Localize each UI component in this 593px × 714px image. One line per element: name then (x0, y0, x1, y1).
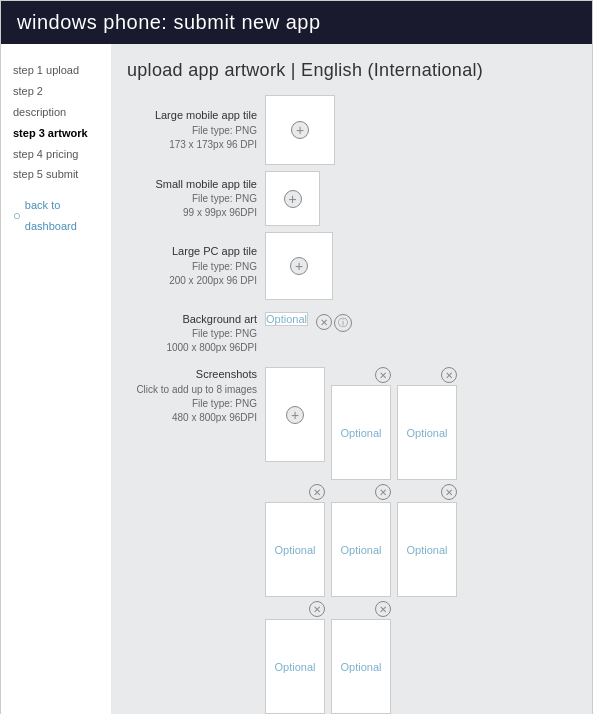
ss-box-wrap-3: ✕ Optional (397, 367, 457, 480)
ss-box-wrap-2: ✕ Optional (331, 367, 391, 480)
screenshots-section: Screenshots Click to add up to 8 images … (127, 367, 572, 714)
circle-back-icon: ○ (13, 204, 21, 229)
ss-optional-3[interactable]: Optional (265, 502, 325, 597)
large-pc-tile-row: Large PC app tile File type: PNG 200 x 2… (127, 232, 572, 300)
sidebar: step 1 upload step 2 description step 3 … (1, 44, 111, 714)
ss-box-wrap-6: ✕ Optional (397, 484, 457, 597)
ss-optional-5[interactable]: Optional (397, 502, 457, 597)
ss-close-1[interactable]: ✕ (375, 367, 391, 383)
plus-icon: + (291, 121, 309, 139)
ss-optional-1[interactable]: Optional (331, 385, 391, 480)
screenshots-label: Screenshots Click to add up to 8 images … (127, 367, 257, 424)
upload-grid: Large mobile app tile File type: PNG 173… (127, 95, 572, 714)
sidebar-item-step3[interactable]: step 3 artwork (13, 123, 99, 144)
ss-box-wrap-5: ✕ Optional (331, 484, 391, 597)
large-mobile-tile-label: Large mobile app tile File type: PNG 173… (127, 108, 257, 151)
large-mobile-tile-upload[interactable]: + (265, 95, 335, 165)
ss-close-4[interactable]: ✕ (375, 484, 391, 500)
background-art-upload[interactable]: Optional (265, 312, 308, 326)
app-title: windows phone: submit new app (17, 11, 321, 33)
ss-close-2[interactable]: ✕ (441, 367, 457, 383)
sidebar-item-step4[interactable]: step 4 pricing (13, 144, 99, 165)
ss-box-wrap-8: ✕ Optional (331, 601, 391, 714)
ss-close-5[interactable]: ✕ (441, 484, 457, 500)
large-pc-tile-upload[interactable]: + (265, 232, 333, 300)
optional-label-6: Optional (275, 661, 316, 673)
ss-box-wrap-4: ✕ Optional (265, 484, 325, 597)
ss-row-1: + ✕ Optional ✕ Optional (265, 367, 457, 480)
large-mobile-tile-row: Large mobile app tile File type: PNG 173… (127, 95, 572, 165)
ss-row-3: ✕ Optional ✕ Optional (265, 601, 457, 714)
plus-icon: + (284, 190, 302, 208)
ss-upload-box-1[interactable]: + (265, 367, 325, 462)
ss-optional-4[interactable]: Optional (331, 502, 391, 597)
ss-optional-2[interactable]: Optional (397, 385, 457, 480)
content-area: upload app artwork | English (Internatio… (111, 44, 592, 714)
ss-close-3[interactable]: ✕ (309, 484, 325, 500)
screenshots-grid: + ✕ Optional ✕ Optional (265, 367, 457, 714)
ss-close-6[interactable]: ✕ (309, 601, 325, 617)
back-to-dashboard[interactable]: ○ back to dashboard (13, 195, 99, 237)
background-info-icon[interactable]: ⓘ (334, 314, 352, 332)
title-bar: windows phone: submit new app (1, 1, 592, 44)
optional-label-3: Optional (275, 544, 316, 556)
ss-optional-6[interactable]: Optional (265, 619, 325, 714)
optional-label-2: Optional (407, 427, 448, 439)
plus-icon: + (286, 406, 304, 424)
background-optional-label: Optional (266, 313, 307, 325)
optional-label-4: Optional (341, 544, 382, 556)
ss-box-wrap-7: ✕ Optional (265, 601, 325, 714)
small-mobile-tile-upload[interactable]: + (265, 171, 320, 226)
ss-optional-7[interactable]: Optional (331, 619, 391, 714)
small-mobile-tile-label: Small mobile app tile File type: PNG 99 … (127, 177, 257, 220)
optional-label-7: Optional (341, 661, 382, 673)
sidebar-item-step2[interactable]: step 2 description (13, 81, 99, 123)
plus-icon: + (290, 257, 308, 275)
optional-label-5: Optional (407, 544, 448, 556)
background-art-row: Background art File type: PNG 1000 x 800… (127, 312, 572, 355)
optional-label-1: Optional (341, 427, 382, 439)
ss-box-wrap-1: + (265, 367, 325, 462)
small-mobile-tile-row: Small mobile app tile File type: PNG 99 … (127, 171, 572, 226)
background-close-icon[interactable]: ✕ (316, 314, 332, 330)
large-pc-tile-label: Large PC app tile File type: PNG 200 x 2… (127, 244, 257, 287)
content-title: upload app artwork | English (Internatio… (127, 60, 572, 81)
ss-close-7[interactable]: ✕ (375, 601, 391, 617)
ss-row-2: ✕ Optional ✕ Optional ✕ (265, 484, 457, 597)
background-art-label: Background art File type: PNG 1000 x 800… (127, 312, 257, 355)
sidebar-item-step1[interactable]: step 1 upload (13, 60, 99, 81)
sidebar-item-step5[interactable]: step 5 submit (13, 164, 99, 185)
